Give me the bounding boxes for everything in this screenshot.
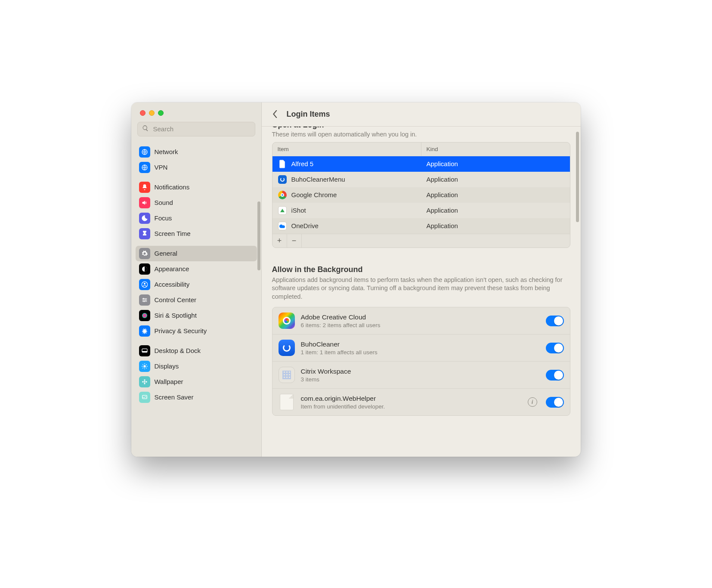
onedrive-app-icon: [278, 221, 287, 231]
col-kind[interactable]: Kind: [421, 146, 570, 152]
sidebar-item-notifications[interactable]: Notifications: [136, 179, 257, 195]
search-input[interactable]: [152, 125, 251, 133]
sidebar-item-sound[interactable]: Sound: [136, 195, 257, 210]
background-item-toggle[interactable]: [546, 343, 564, 353]
sidebar-item-label: Network: [155, 148, 178, 155]
contrast-icon: [139, 263, 150, 275]
sidebar-item-label: Control Center: [155, 296, 197, 303]
open-at-login-section: Open at Login These items will open auto…: [272, 127, 570, 248]
adobe-app-icon: [279, 313, 295, 329]
sidebar-scrollbar[interactable]: [257, 201, 260, 270]
sidebar-item-screen-time[interactable]: Screen Time: [136, 226, 257, 241]
screensaver-icon: [139, 392, 150, 403]
svg-point-4: [144, 283, 145, 285]
sidebar-item-desktop-dock[interactable]: Desktop & Dock: [136, 343, 257, 359]
sun-icon: [139, 361, 150, 372]
background-item-row: Adobe Creative Cloud6 items: 2 items aff…: [272, 307, 570, 334]
login-item-row[interactable]: Alfred 5Application: [272, 156, 570, 172]
sidebar-nav: NetworkVPNNotificationsSoundFocusScreen …: [131, 140, 261, 457]
back-button[interactable]: [269, 108, 281, 120]
siri-icon: [139, 310, 150, 321]
svg-point-14: [144, 383, 145, 384]
remove-login-item-button[interactable]: −: [287, 234, 302, 248]
pane-header: Login Items: [262, 102, 581, 127]
sidebar-item-label: Siri & Spotlight: [155, 312, 197, 319]
sidebar-item-accessibility[interactable]: Accessibility: [136, 277, 257, 292]
maximize-window-button[interactable]: [158, 110, 164, 116]
background-item-name: com.ea.origin.WebHelper: [301, 395, 522, 402]
generic-app-icon: [279, 394, 295, 410]
login-item-row[interactable]: BuhoCleanerMenuApplication: [272, 172, 570, 187]
hand-icon: [139, 325, 150, 337]
sidebar-item-wallpaper[interactable]: Wallpaper: [136, 374, 257, 390]
sidebar-item-focus[interactable]: Focus: [136, 210, 257, 226]
sidebar-item-screen-saver[interactable]: Screen Saver: [136, 390, 257, 405]
svg-point-5: [143, 298, 144, 299]
col-item[interactable]: Item: [272, 142, 421, 156]
sidebar: NetworkVPNNotificationsSoundFocusScreen …: [131, 102, 262, 457]
background-item-sub: 1 item: 1 item affects all users: [301, 349, 540, 356]
content-area: Open at Login These items will open auto…: [262, 127, 581, 457]
person-icon: [139, 279, 150, 290]
sidebar-item-siri-spotlight[interactable]: Siri & Spotlight: [136, 308, 257, 323]
background-desc: Applications add background items to per…: [272, 276, 570, 301]
background-item-toggle[interactable]: [546, 370, 564, 381]
open-at-login-desc: These items will open automatically when…: [272, 131, 570, 138]
sidebar-item-displays[interactable]: Displays: [136, 359, 257, 374]
sidebar-item-label: Notifications: [155, 183, 190, 191]
login-item-kind: Application: [421, 207, 570, 214]
svg-point-16: [145, 381, 147, 382]
hourglass-icon: [139, 228, 150, 239]
sidebar-item-label: Focus: [155, 214, 172, 222]
svg-point-13: [144, 379, 145, 381]
login-items-table: Item Kind Alfred 5ApplicationBuhoCleaner…: [272, 142, 570, 248]
sidebar-item-label: Wallpaper: [155, 378, 183, 385]
background-item-sub: 6 items: 2 items affect all users: [301, 322, 540, 328]
content-scrollbar[interactable]: [576, 132, 579, 222]
sidebar-item-label: VPN: [155, 164, 168, 171]
background-item-row: com.ea.origin.WebHelperItem from unident…: [272, 388, 570, 415]
sidebar-item-label: Sound: [155, 199, 173, 206]
sidebar-item-general[interactable]: General: [136, 246, 257, 261]
svg-rect-10: [142, 351, 147, 352]
svg-point-12: [144, 381, 145, 382]
sidebar-item-label: Appearance: [155, 265, 189, 272]
sidebar-item-network[interactable]: Network: [136, 144, 257, 160]
background-item-row: BuhoCleaner1 item: 1 item affects all us…: [272, 334, 570, 361]
svg-point-15: [142, 381, 143, 382]
login-item-name: Google Chrome: [291, 191, 337, 198]
sidebar-item-privacy-security[interactable]: Privacy & Security: [136, 323, 257, 339]
info-icon[interactable]: i: [528, 397, 537, 407]
login-item-row[interactable]: OneDriveApplication: [272, 218, 570, 234]
login-item-name: OneDrive: [291, 222, 319, 229]
svg-point-7: [143, 301, 145, 302]
sidebar-item-control-center[interactable]: Control Center: [136, 292, 257, 308]
sidebar-item-label: Accessibility: [155, 281, 190, 288]
svg-point-11: [143, 365, 145, 367]
search-icon: [142, 125, 149, 133]
sidebar-item-label: General: [155, 250, 177, 257]
background-items-list: Adobe Creative Cloud6 items: 2 items aff…: [272, 307, 570, 416]
add-login-item-button[interactable]: +: [272, 234, 287, 248]
login-item-kind: Application: [421, 191, 570, 198]
background-section: Allow in the Background Applications add…: [272, 265, 570, 416]
close-window-button[interactable]: [140, 110, 145, 116]
sidebar-item-label: Privacy & Security: [155, 327, 207, 334]
chrome-app-icon: [278, 190, 287, 200]
login-item-name: BuhoCleanerMenu: [291, 176, 345, 183]
background-item-sub: Item from unidentified developer.: [301, 403, 522, 410]
background-item-name: Adobe Creative Cloud: [301, 313, 540, 321]
minimize-window-button[interactable]: [149, 110, 155, 116]
login-item-row[interactable]: iShotApplication: [272, 203, 570, 218]
login-item-row[interactable]: Google ChromeApplication: [272, 187, 570, 203]
search-field[interactable]: [137, 122, 255, 136]
svg-point-6: [145, 299, 146, 300]
sidebar-item-appearance[interactable]: Appearance: [136, 261, 257, 277]
background-item-name: Citrix Workspace: [301, 368, 540, 375]
background-item-toggle[interactable]: [546, 397, 564, 408]
background-item-toggle[interactable]: [546, 316, 564, 326]
login-item-kind: Application: [421, 222, 570, 229]
dock-icon: [139, 345, 150, 356]
ishot-app-icon: [278, 206, 287, 215]
sidebar-item-vpn[interactable]: VPN: [136, 160, 257, 175]
